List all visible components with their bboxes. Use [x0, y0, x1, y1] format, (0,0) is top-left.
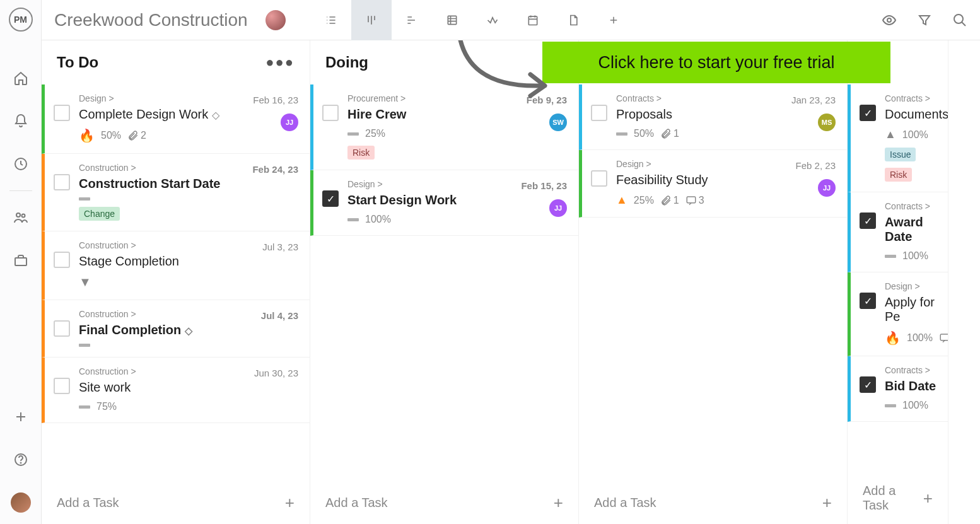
task-meta — [79, 197, 298, 201]
column-menu-icon[interactable]: ●●● — [265, 54, 295, 71]
task-date: Feb 2, 23 — [796, 160, 836, 171]
task-title: Proposals — [616, 107, 836, 122]
visibility-icon[interactable] — [882, 13, 897, 28]
board-column: ne✓Contracts >Documents▲100%Issue Risk ✓… — [848, 40, 948, 524]
task-card[interactable]: Design >Complete Design Work ◇🔥50% 2Feb … — [42, 84, 310, 154]
dashboard-view-tab[interactable] — [472, 0, 513, 40]
home-icon[interactable] — [13, 71, 28, 86]
task-checkbox[interactable] — [591, 105, 607, 121]
add-task-button[interactable]: Add a Task+ — [42, 482, 310, 524]
briefcase-icon[interactable] — [13, 253, 28, 268]
attachment-icon: 2 — [127, 130, 146, 141]
column-title: To Do — [57, 54, 98, 71]
task-checkbox[interactable] — [54, 252, 70, 268]
arrow-up-icon: ▲ — [885, 128, 896, 141]
assignee-avatar[interactable]: JJ — [818, 179, 836, 197]
task-tag: Change — [79, 207, 120, 221]
team-icon[interactable] — [13, 210, 28, 225]
task-card[interactable]: ✓Contracts >Documents▲100%Issue Risk — [848, 84, 948, 192]
task-card[interactable]: Construction >Stage Completion▼Jul 3, 23 — [42, 231, 310, 300]
task-progress: 100% — [902, 129, 928, 141]
search-icon[interactable] — [952, 13, 967, 28]
task-meta: ▲100% — [885, 128, 936, 141]
clock-icon[interactable] — [13, 156, 28, 172]
milestone-icon: ◇ — [212, 110, 219, 120]
task-checkbox[interactable] — [54, 105, 70, 121]
task-card[interactable]: ✓Design >Apply for Pe🔥100% — [848, 272, 948, 356]
add-view-tab[interactable] — [593, 0, 634, 40]
task-meta: ▼ — [79, 275, 298, 289]
assignee-avatar[interactable]: JJ — [281, 114, 298, 131]
task-meta: 25% — [347, 128, 567, 139]
task-card[interactable]: Construction >Construction Start DateCha… — [42, 154, 310, 231]
task-checkbox[interactable]: ✓ — [860, 376, 876, 393]
board-view-tab[interactable] — [351, 0, 392, 40]
add-task-label: Add a Task — [863, 484, 923, 513]
files-view-tab[interactable] — [553, 0, 593, 40]
project-title: Creekwood Construction — [54, 10, 248, 30]
milestone-icon: ◇ — [185, 325, 192, 336]
priority-dash-icon — [79, 405, 90, 409]
cta-banner[interactable]: Click here to start your free trial — [542, 42, 890, 83]
task-checkbox[interactable]: ✓ — [322, 190, 339, 207]
task-progress: 75% — [96, 401, 117, 412]
task-card[interactable]: Design >Feasibility Study▲25% 1 3Feb 2, … — [579, 150, 847, 218]
svg-point-1 — [16, 213, 20, 217]
assignee-avatar[interactable]: JJ — [549, 199, 567, 217]
task-title: Bid Date — [885, 379, 936, 393]
task-date: Feb 16, 23 — [253, 95, 298, 105]
task-checkbox[interactable]: ✓ — [860, 213, 876, 229]
task-meta: 🔥100% — [885, 330, 936, 346]
list-view-tab[interactable] — [311, 0, 351, 40]
add-task-button[interactable]: Add a Task+ — [579, 482, 847, 524]
task-progress: 25% — [365, 128, 385, 139]
board-column: To Do●●●Design >Complete Design Work ◇🔥5… — [42, 40, 310, 524]
task-card[interactable]: ✓Contracts >Bid Date100% — [848, 356, 948, 422]
column-title: Doing — [325, 54, 368, 71]
task-checkbox[interactable] — [591, 170, 607, 187]
task-checkbox[interactable] — [54, 320, 70, 337]
task-card[interactable]: ✓Design >Start Design Work100%Feb 15, 23… — [310, 170, 578, 236]
task-checkbox[interactable] — [54, 378, 70, 394]
task-card[interactable]: Procurement >Hire Crew25%Risk Feb 9, 23S… — [310, 84, 578, 170]
task-card[interactable]: Construction >Site work75%Jun 30, 23 — [42, 358, 310, 423]
column-cards: ✓Contracts >Documents▲100%Issue Risk ✓Co… — [848, 84, 948, 472]
task-category: Contracts > — [885, 201, 936, 211]
board-column: DoingProcurement >Hire Crew25%Risk Feb 9… — [310, 40, 579, 524]
task-checkbox[interactable] — [54, 174, 70, 190]
task-category: Contracts > — [885, 93, 936, 103]
user-avatar[interactable] — [11, 492, 31, 513]
svg-point-2 — [21, 214, 25, 218]
sheet-view-tab[interactable] — [432, 0, 472, 40]
filter-icon[interactable] — [917, 13, 932, 28]
column-header: Doing — [310, 40, 578, 84]
board-column: Contracts >Proposals50% 1Jan 23, 23MSDes… — [579, 40, 848, 524]
assignee-avatar[interactable]: SW — [549, 114, 567, 131]
add-task-button[interactable]: Add a Task+ — [310, 482, 578, 524]
svg-rect-6 — [448, 16, 456, 24]
add-task-label: Add a Task — [594, 496, 656, 510]
task-card[interactable]: Contracts >Proposals50% 1Jan 23, 23MS — [579, 84, 847, 150]
notifications-icon[interactable] — [13, 114, 28, 129]
task-title: Feasibility Study — [616, 173, 836, 187]
gantt-view-tab[interactable] — [392, 0, 432, 40]
task-title: Award Date — [885, 215, 936, 244]
project-avatar[interactable] — [265, 10, 286, 30]
task-checkbox[interactable]: ✓ — [860, 293, 876, 309]
task-date: Jul 3, 23 — [262, 242, 298, 252]
column-cards: Design >Complete Design Work ◇🔥50% 2Feb … — [42, 84, 310, 482]
task-checkbox[interactable]: ✓ — [860, 105, 876, 121]
assignee-avatar[interactable]: MS — [818, 114, 836, 131]
task-title: Construction Start Date — [79, 177, 298, 191]
svg-rect-3 — [15, 258, 26, 265]
column-cards: Contracts >Proposals50% 1Jan 23, 23MSDes… — [579, 84, 847, 482]
add-task-button[interactable]: Add a Task+ — [848, 472, 948, 524]
task-progress: 100% — [902, 250, 928, 262]
calendar-view-tab[interactable] — [513, 0, 553, 40]
app-logo[interactable]: PM — [9, 8, 33, 32]
task-checkbox[interactable] — [322, 105, 339, 121]
help-icon[interactable] — [13, 452, 28, 467]
add-icon[interactable] — [13, 409, 28, 424]
task-card[interactable]: Construction >Final Completion ◇Jul 4, 2… — [42, 300, 310, 358]
task-card[interactable]: ✓Contracts >Award Date100% — [848, 192, 948, 272]
